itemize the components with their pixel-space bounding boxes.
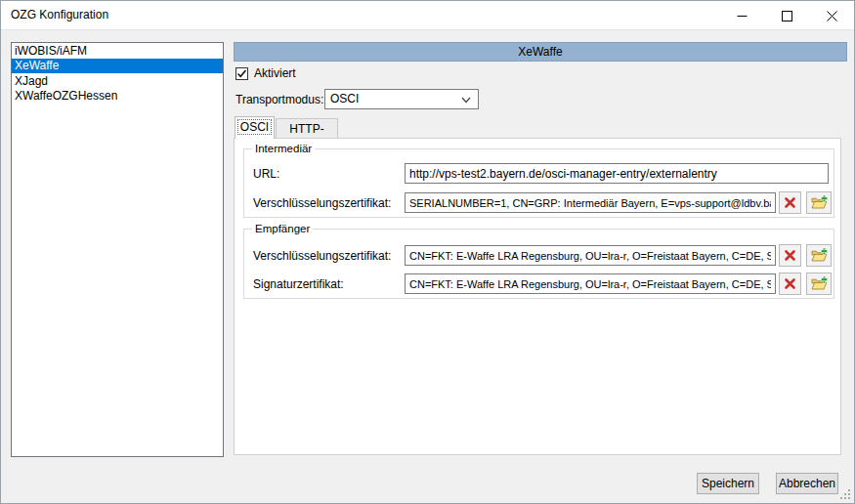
- titlebar: OZG Konfiguration: [1, 1, 854, 30]
- tab-osci-label: OSCI: [237, 119, 272, 135]
- open-folder-add-icon: [811, 248, 828, 263]
- minimize-button[interactable]: [719, 1, 764, 30]
- red-x-icon: [784, 196, 796, 209]
- open-folder-add-icon: [811, 276, 828, 291]
- group-empfaenger-title: Empfänger: [252, 222, 313, 236]
- speichern-button[interactable]: Speichern: [697, 473, 759, 494]
- red-x-icon: [784, 249, 796, 262]
- resize-grip-icon[interactable]: [840, 489, 851, 500]
- chevron-down-icon: [461, 97, 471, 104]
- minimize-icon: [737, 11, 748, 21]
- signaturzertifikat-remove-button[interactable]: [779, 273, 801, 295]
- list-item-iwobis-iafm[interactable]: iWOBIS/iAFM: [12, 44, 223, 59]
- aktiviert-label: Aktiviert: [254, 66, 296, 81]
- window-controls: [719, 1, 854, 30]
- empfaenger-verschluesselungszertifikat-remove-button[interactable]: [779, 244, 801, 267]
- list-item-xewaffe[interactable]: XeWaffe: [12, 59, 223, 73]
- maximize-button[interactable]: [764, 1, 809, 30]
- abbrechen-button[interactable]: Abbrechen: [776, 473, 838, 494]
- list-item-xwaffeozghessen[interactable]: XWaffeOZGHessen: [12, 89, 223, 104]
- module-listbox: iWOBIS/iAFM XeWaffe XJagd XWaffeOZGHesse…: [11, 42, 224, 457]
- empfaenger-verschluesselungszertifikat-open-button[interactable]: [806, 244, 832, 267]
- group-intermediaer-title: Intermediär: [252, 142, 315, 156]
- window-title: OZG Konfiguration: [11, 1, 108, 29]
- close-button[interactable]: [809, 1, 854, 30]
- ozg-konfiguration-dialog: OZG Konfiguration iWOBIS/iAFM XeWaffe XJ…: [0, 0, 855, 504]
- intermediaer-verschluesselungszertifikat-input[interactable]: [405, 192, 776, 213]
- tab-http-proxy[interactable]: HTTP-Proxy: [276, 118, 338, 139]
- tab-osci[interactable]: OSCI: [235, 116, 275, 139]
- signaturzertifikat-input[interactable]: [405, 273, 776, 294]
- maximize-icon: [782, 11, 792, 21]
- panel-title: XeWaffe: [234, 42, 847, 62]
- red-x-icon: [784, 277, 796, 290]
- url-input[interactable]: [405, 163, 829, 184]
- transportmodus-select[interactable]: OSCI: [324, 89, 479, 109]
- transportmodus-label: Transportmodus:: [235, 92, 323, 107]
- url-label: URL:: [253, 164, 279, 184]
- signaturzertifikat-open-button[interactable]: [806, 273, 832, 295]
- intermediaer-zertifikat-remove-button[interactable]: [779, 191, 801, 214]
- open-folder-add-icon: [811, 195, 828, 210]
- close-icon: [827, 11, 837, 21]
- intermediaer-zertifikat-open-button[interactable]: [806, 191, 832, 214]
- aktiviert-checkbox[interactable]: [235, 67, 248, 80]
- empfaenger-verschluesselungszertifikat-input[interactable]: [405, 245, 776, 266]
- check-icon: [236, 68, 247, 79]
- empfaenger-verschluesselungszertifikat-label: Verschlüsselungszertifikat:: [253, 246, 391, 266]
- signaturzertifikat-label: Signaturzertifikat:: [253, 274, 344, 294]
- transportmodus-value: OSCI: [330, 92, 359, 105]
- list-item-xjagd[interactable]: XJagd: [12, 74, 223, 89]
- intermediaer-verschluesselungszertifikat-label: Verschlüsselungszertifikat:: [253, 193, 391, 213]
